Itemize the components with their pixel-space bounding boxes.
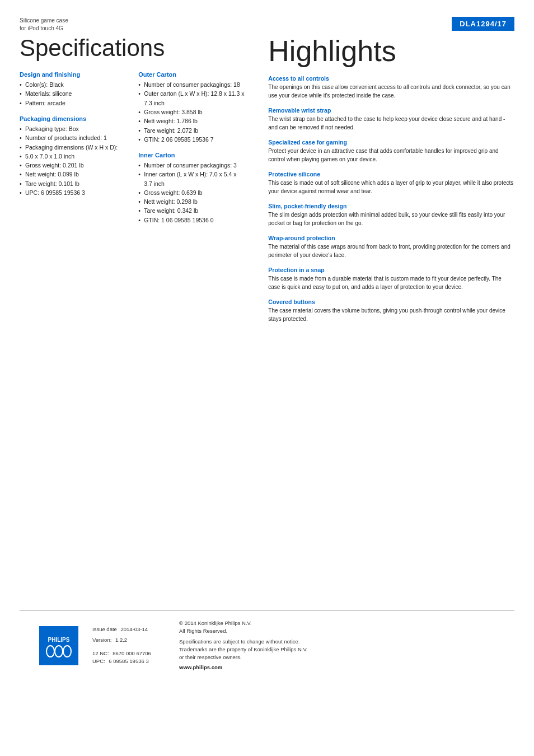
model-badge: DLA1294/17: [452, 17, 514, 31]
list-item: Materials: silicone: [20, 89, 127, 98]
inner-carton-title: Inner Carton: [138, 152, 246, 158]
upc-row: UPC: 6 09585 19536 3: [92, 657, 165, 665]
product-line2: for iPod touch 4G: [20, 25, 68, 32]
highlight-item-5: Wrap-around protection The material of t…: [268, 235, 514, 259]
highlight-text-0: The openings on this case allow convenie…: [268, 83, 514, 100]
list-item: Pattern: arcade: [20, 99, 127, 108]
highlight-item-2: Specialized case for gaming Protect your…: [268, 139, 514, 164]
list-item: Packaging dimensions (W x H x D):: [20, 143, 127, 152]
legal3: or their respective owners.: [179, 654, 308, 661]
packaging-dimensions-list: Packaging type: Box Number of products i…: [20, 124, 127, 197]
philips-logo: PHILIPS: [39, 626, 78, 665]
highlight-item-4: Slim, pocket-friendly design The slim de…: [268, 203, 514, 227]
highlight-title-2: Specialized case for gaming: [268, 139, 514, 146]
legal-block: Specifications are subject to change wit…: [179, 638, 308, 662]
highlight-text-2: Protect your device in an attractive cas…: [268, 147, 514, 164]
list-item: 5.0 x 7.0 x 1.0 inch: [20, 152, 127, 161]
legal2: Trademarks are the property of Koninklij…: [179, 646, 308, 654]
highlight-item-6: Protection in a snap This case is made f…: [268, 267, 514, 291]
legal1: Specifications are subject to change wit…: [179, 638, 308, 646]
list-item: Nett weight: 1.786 lb: [138, 116, 246, 125]
list-item: Gross weight: 3.858 lb: [138, 108, 246, 116]
highlight-item-3: Protective silicone This case is made ou…: [268, 171, 514, 195]
highlight-item-1: Removable wrist strap The wrist strap ca…: [268, 107, 514, 132]
list-item: Tare weight: 2.072 lb: [138, 126, 246, 135]
highlight-title-0: Access to all controls: [268, 75, 514, 82]
list-item: Color(s): Black: [20, 80, 127, 89]
list-item: UPC: 6 09585 19536 3: [20, 188, 127, 197]
design-finishing-title: Design and finishing: [20, 71, 127, 78]
highlight-text-3: This case is made out of soft silicone w…: [268, 179, 514, 195]
website-line: www.philips.com: [179, 664, 308, 671]
list-item: GTIN: 1 06 09585 19536 0: [138, 216, 246, 225]
list-item: Nett weight: 0.099 lb: [20, 170, 127, 179]
highlight-text-6: This case is made from a durable materia…: [268, 274, 514, 291]
nc-label: 12 NC:: [92, 650, 109, 656]
nc-row: 12 NC: 8670 000 67706: [92, 650, 165, 657]
highlights-column: Highlights Access to all controls The op…: [257, 35, 514, 330]
list-item: Outer carton (L x W x H): 12.8 x 11.3 x …: [138, 89, 246, 108]
version-row: Version: 1.2.2: [92, 636, 165, 644]
svg-text:PHILIPS: PHILIPS: [48, 637, 70, 643]
highlight-text-7: The case material covers the volume butt…: [268, 306, 514, 323]
issue-date: 2014-03-14: [120, 626, 148, 632]
upc-label: UPC:: [92, 658, 105, 664]
issue-label: Issue date: [92, 626, 117, 632]
specifications-heading: Specifications: [20, 35, 246, 61]
specs-sub-col-left: Design and finishing Color(s): Black Mat…: [20, 71, 127, 225]
outer-carton-title: Outer Carton: [138, 71, 246, 78]
top-header: Silicone game case for iPod touch 4G DLA…: [20, 17, 514, 32]
version-label: Version:: [92, 637, 111, 643]
footer-legal: © 2014 Koninklijke Philips N.V. All Righ…: [179, 619, 308, 672]
specs-inner-columns: Design and finishing Color(s): Black Mat…: [20, 71, 246, 225]
nc-value: 8670 000 67706: [113, 650, 151, 656]
version-value: 1.2.2: [115, 637, 127, 643]
highlight-text-4: The slim design adds protection with min…: [268, 211, 514, 227]
footer: PHILIPS Issue date 2014-03-14 Version: 1…: [20, 610, 514, 683]
highlight-item-7: Covered buttons The case material covers…: [268, 298, 514, 323]
list-item: Tare weight: 0.101 lb: [20, 179, 127, 188]
design-finishing-list: Color(s): Black Materials: silicone Patt…: [20, 80, 127, 108]
highlights-heading: Highlights: [268, 35, 514, 67]
main-content: Specifications Design and finishing Colo…: [20, 35, 514, 330]
highlight-text-1: The wrist strap can be attached to the c…: [268, 115, 514, 132]
list-item: Gross weight: 0.201 lb: [20, 161, 127, 170]
footer-meta: Issue date 2014-03-14 Version: 1.2.2 12 …: [92, 626, 165, 665]
list-item: Number of consumer packagings: 18: [138, 80, 246, 89]
copyright-line: © 2014 Koninklijke Philips N.V.: [179, 619, 308, 627]
upc-value: 6 09585 19536 3: [109, 658, 148, 664]
specifications-column: Specifications Design and finishing Colo…: [20, 35, 257, 330]
rights-text: All Rights Reserved.: [179, 627, 308, 635]
highlight-item-0: Access to all controls The openings on t…: [268, 75, 514, 100]
list-item: GTIN: 2 06 09585 19536 7: [138, 135, 246, 144]
list-item: Inner carton (L x W x H): 7.0 x 5.4 x 3.…: [138, 170, 246, 188]
product-subtitle: Silicone game case for iPod touch 4G: [20, 17, 68, 32]
product-line1: Silicone game case: [20, 17, 68, 25]
nc-upc-block: 12 NC: 8670 000 67706 UPC: 6 09585 19536…: [92, 650, 165, 666]
highlight-title-6: Protection in a snap: [268, 267, 514, 273]
inner-carton-list: Number of consumer packagings: 3 Inner c…: [138, 161, 246, 225]
page: Silicone game case for iPod touch 4G DLA…: [0, 0, 534, 694]
issue-date-row: Issue date 2014-03-14: [92, 626, 165, 633]
list-item: Number of products included: 1: [20, 133, 127, 142]
highlight-title-1: Removable wrist strap: [268, 107, 514, 114]
list-item: Number of consumer packagings: 3: [138, 161, 246, 170]
list-item: Nett weight: 0.298 lb: [138, 197, 246, 206]
packaging-dimensions-title: Packaging dimensions: [20, 115, 127, 122]
specs-sub-col-right: Outer Carton Number of consumer packagin…: [138, 71, 246, 225]
outer-carton-list: Number of consumer packagings: 18 Outer …: [138, 80, 246, 144]
highlight-title-3: Protective silicone: [268, 171, 514, 178]
copyright-text: © 2014 Koninklijke Philips N.V.: [179, 620, 252, 626]
highlight-title-5: Wrap-around protection: [268, 235, 514, 241]
highlight-title-4: Slim, pocket-friendly design: [268, 203, 514, 209]
list-item: Tare weight: 0.342 lb: [138, 206, 246, 215]
highlight-text-5: The material of this case wraps around f…: [268, 242, 514, 259]
list-item: Gross weight: 0.639 lb: [138, 188, 246, 197]
website-link[interactable]: www.philips.com: [179, 664, 222, 670]
list-item: Packaging type: Box: [20, 124, 127, 133]
highlight-title-7: Covered buttons: [268, 298, 514, 305]
